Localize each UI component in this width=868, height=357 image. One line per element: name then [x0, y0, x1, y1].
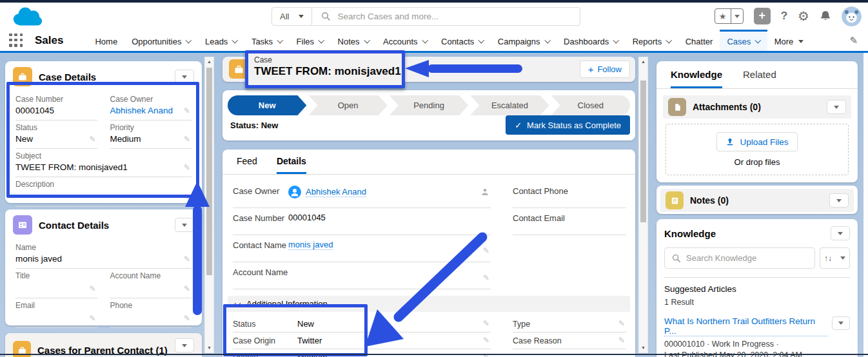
- scroll-down-arrow[interactable]: ▼: [205, 343, 213, 352]
- edit-pencil-icon[interactable]: ✎: [184, 255, 190, 264]
- tab-feed[interactable]: Feed: [237, 156, 257, 174]
- edit-pencil-icon[interactable]: ✎: [89, 284, 95, 293]
- edit-pencil-icon[interactable]: ✎: [184, 314, 190, 323]
- chevron-down-icon: [182, 224, 187, 227]
- scroll-up-arrow[interactable]: ▲: [639, 57, 647, 66]
- section-menu-button[interactable]: [829, 193, 849, 207]
- nav-item-leads[interactable]: Leads: [198, 30, 244, 51]
- tab-details[interactable]: Details: [277, 156, 306, 174]
- scroll-down-arrow[interactable]: ▼: [639, 343, 647, 352]
- search-scope-label: All: [280, 12, 289, 21]
- owner-avatar-icon: [288, 186, 301, 198]
- edit-pencil-icon[interactable]: ✎: [184, 193, 190, 202]
- nav-item-notes[interactable]: Notes: [331, 30, 376, 51]
- notifications-bell-icon[interactable]: [820, 10, 831, 22]
- path-stage-escalated[interactable]: Escalated: [470, 95, 549, 115]
- path-stage-closed[interactable]: Closed: [551, 95, 630, 115]
- edit-pencil-icon[interactable]: ✎: [89, 314, 95, 323]
- section-menu-button[interactable]: [831, 226, 850, 240]
- knowledge-sort-button[interactable]: ↑↓: [820, 247, 850, 269]
- main-scrollbar[interactable]: ▲ ▼: [638, 57, 648, 353]
- follow-button[interactable]: + Follow: [580, 61, 630, 78]
- details-right-column: Contact Phone Contact Email: [513, 181, 626, 289]
- chevron-down-icon: [422, 37, 428, 43]
- nav-item-more[interactable]: More: [767, 30, 811, 51]
- scrollbar-thumb[interactable]: [206, 68, 212, 275]
- nav-item-campaigns[interactable]: Campaigns: [491, 30, 557, 51]
- attachments-section-header[interactable]: Attachments (0): [663, 95, 851, 119]
- path-stage-new[interactable]: New: [228, 95, 306, 115]
- user-avatar[interactable]: [842, 6, 862, 26]
- contact-name-link[interactable]: monis javed: [288, 240, 333, 250]
- case-owner-link[interactable]: Abhishek Anand: [306, 187, 366, 197]
- scroll-up-arrow[interactable]: ▲: [205, 57, 213, 66]
- path-stage-open[interactable]: Open: [308, 95, 387, 115]
- section-menu-button[interactable]: [827, 100, 846, 114]
- article-link[interactable]: What Is Northern Trail Outfitters Return…: [664, 316, 828, 336]
- nav-item-accounts[interactable]: Accounts: [376, 30, 434, 51]
- nav-item-chatter[interactable]: Chatter: [678, 30, 720, 51]
- nav-item-dashboards[interactable]: Dashboards: [557, 30, 626, 51]
- edit-pencil-icon[interactable]: ✎: [483, 273, 489, 282]
- mark-status-complete-button[interactable]: ✓ Mark Status as Complete: [506, 115, 630, 135]
- record-tabs: Feed Details: [222, 150, 635, 175]
- change-owner-icon[interactable]: [480, 188, 489, 199]
- additional-information-section-header[interactable]: Additional Information: [228, 296, 630, 312]
- nav-item-contacts[interactable]: Contacts: [434, 30, 491, 51]
- notes-section-header[interactable]: Notes (0): [660, 189, 854, 212]
- panel-menu-button[interactable]: [175, 218, 194, 232]
- nav-item-home[interactable]: Home: [88, 30, 124, 51]
- file-dropzone[interactable]: Upload Files Or drop files: [666, 124, 849, 175]
- edit-pencil-icon[interactable]: ✎: [184, 106, 190, 115]
- search-icon: [672, 254, 681, 263]
- edit-pencil-icon[interactable]: ✎: [618, 319, 625, 328]
- chevron-down-icon: [544, 37, 550, 43]
- panel-menu-button[interactable]: [175, 338, 194, 352]
- article-menu-button[interactable]: [832, 316, 850, 330]
- chevron-down-icon: [232, 37, 238, 43]
- favorite-star-icon[interactable]: ★: [715, 9, 731, 23]
- nav-items: Home Opportunities Leads Tasks Files Not…: [88, 30, 849, 51]
- edit-pencil-icon[interactable]: ✎: [618, 336, 625, 345]
- nav-item-files[interactable]: Files: [290, 30, 331, 51]
- contact-details-panel: Contact Details Name monis javed ✎ Title…: [5, 209, 202, 325]
- nav-item-cases[interactable]: Cases: [720, 30, 767, 51]
- tab-related[interactable]: Related: [743, 69, 776, 88]
- nav-item-tasks[interactable]: Tasks: [244, 30, 290, 51]
- detail-case-owner: Case Owner Abhishek Anand: [233, 181, 491, 208]
- help-icon[interactable]: ?: [781, 10, 787, 23]
- case-owner-link[interactable]: Abhishek Anand: [110, 106, 173, 115]
- global-actions-icon[interactable]: +: [754, 8, 771, 24]
- setup-gear-icon[interactable]: ⚙: [798, 8, 809, 24]
- favorites-list-button[interactable]: [731, 9, 743, 23]
- tab-knowledge[interactable]: Knowledge: [671, 69, 722, 88]
- panel-menu-button[interactable]: [175, 70, 194, 84]
- edit-pencil-icon[interactable]: ✎: [483, 336, 489, 345]
- edit-pencil-icon[interactable]: ✎: [483, 246, 489, 255]
- sidebar-scrollbar[interactable]: ▲ ▼: [204, 57, 214, 353]
- scrollbar-thumb[interactable]: [640, 81, 646, 222]
- chevron-down-icon: [364, 37, 370, 43]
- edit-pencil-icon[interactable]: ✎: [184, 135, 190, 144]
- edit-nav-pencil-icon[interactable]: ✎: [849, 35, 858, 46]
- path-footer: Status: New ✓ Mark Status as Complete: [230, 115, 630, 135]
- edit-pencil-icon[interactable]: ✎: [483, 319, 489, 328]
- app-launcher-icon[interactable]: [9, 34, 23, 48]
- edit-pencil-icon[interactable]: ✎: [184, 163, 190, 172]
- detail-case-origin: Case Origin Twitter ✎: [233, 333, 491, 349]
- edit-pencil-icon[interactable]: ✎: [184, 284, 190, 293]
- detail-status: Status New ✎: [233, 316, 491, 333]
- suggested-articles-title: Suggested Articles: [664, 284, 850, 294]
- chevron-down-icon: [838, 232, 843, 235]
- upload-files-button[interactable]: Upload Files: [716, 132, 797, 151]
- knowledge-search-input[interactable]: [686, 253, 814, 263]
- edit-pencil-icon[interactable]: ✎: [89, 135, 95, 144]
- global-search: All: [271, 7, 580, 26]
- window-right-edge: [863, 53, 868, 357]
- additional-right-column: Type ✎ Case Reason ✎: [513, 316, 626, 357]
- nav-item-reports[interactable]: Reports: [626, 30, 678, 51]
- nav-item-opportunities[interactable]: Opportunities: [124, 30, 198, 51]
- global-search-input[interactable]: [337, 12, 580, 21]
- path-stage-pending[interactable]: Pending: [390, 95, 468, 115]
- search-scope-dropdown[interactable]: All: [272, 8, 312, 25]
